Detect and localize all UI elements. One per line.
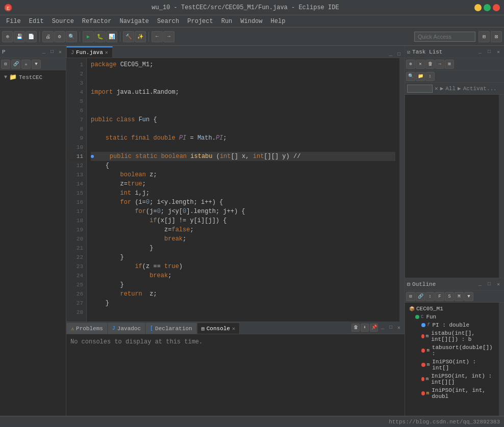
back-button[interactable]: ←: [152, 31, 163, 42]
task-new-btn[interactable]: ⊕: [406, 60, 415, 69]
task-all-label[interactable]: All: [445, 86, 456, 92]
outline-static-btn[interactable]: S: [445, 292, 454, 301]
task-close-btn[interactable]: ✕: [495, 48, 502, 56]
properties-button[interactable]: ⚙: [54, 31, 65, 42]
outline-minimize-btn[interactable]: _: [476, 281, 484, 288]
new-java-btn[interactable]: ☕: [21, 60, 31, 69]
build-button[interactable]: 🔨: [123, 31, 134, 42]
bottom-minimize-btn[interactable]: _: [379, 324, 386, 331]
task-scrollbar[interactable]: [499, 95, 504, 278]
menu-search[interactable]: Search: [153, 17, 183, 26]
task-activate-label[interactable]: Activat...: [463, 86, 497, 92]
console-clear-btn[interactable]: 🗑: [351, 324, 360, 332]
left-panel-minimize[interactable]: _: [40, 48, 47, 56]
bottom-close-btn[interactable]: ✕: [395, 324, 402, 331]
outline-item-istabu[interactable]: m istabu(int[], int[][]) : b: [407, 329, 497, 343]
outline-label: Outline: [412, 281, 474, 287]
tab-console[interactable]: ▤ Console ✕: [197, 323, 240, 334]
forward-button[interactable]: →: [163, 31, 174, 42]
menu-help[interactable]: Help: [267, 17, 290, 26]
editor-minimize-btn[interactable]: _: [387, 50, 394, 58]
left-panel-close[interactable]: ✕: [57, 48, 64, 56]
right-panel: ☑ Task List _ □ ✕ ⊕ ✕ 🗑 → ⊞ 🔍 📁 ↕ ✕: [405, 46, 504, 416]
new-button[interactable]: ⊕: [2, 31, 13, 42]
console-tab-close[interactable]: ✕: [232, 326, 235, 332]
code-line-7: public class Fun {: [91, 115, 395, 124]
tab-javadoc[interactable]: J Javadoc: [108, 323, 145, 334]
menu-refactor[interactable]: Refactor: [78, 17, 116, 26]
outline-item-inipso2[interactable]: m IniPSO(int, int) : int[][]: [407, 372, 497, 386]
menu-edit[interactable]: Edit: [25, 17, 48, 26]
tab-declaration[interactable]: [ Declaration: [145, 323, 197, 334]
menu-window[interactable]: Window: [236, 17, 266, 26]
maximize-button[interactable]: [484, 4, 491, 11]
tab-problems[interactable]: ⚠ Problems: [66, 323, 108, 334]
quick-access-input[interactable]: [414, 32, 475, 42]
perspective-btn-1[interactable]: ⊞: [478, 31, 490, 42]
collapse-all-btn[interactable]: ⊟: [1, 60, 10, 69]
outline-link-btn[interactable]: 🔗: [416, 292, 425, 301]
editor-maximize-btn[interactable]: □: [395, 50, 402, 58]
menu-navigate[interactable]: Navigate: [115, 17, 153, 26]
menu-source[interactable]: Source: [48, 17, 78, 26]
line-number-1: 1: [66, 60, 86, 69]
outline-view-menu-btn[interactable]: ▼: [464, 292, 473, 301]
task-minimize-btn[interactable]: _: [476, 48, 484, 56]
tab-close-btn[interactable]: ✕: [105, 49, 108, 56]
console-pin-btn[interactable]: 📌: [370, 324, 378, 332]
task-purge-btn[interactable]: 🗑: [425, 60, 435, 69]
editor-tab-fun-java[interactable]: J Fun.java ✕: [66, 46, 113, 58]
outline-item-pi[interactable]: f PI : double: [407, 321, 497, 329]
outline-item-tabusort[interactable]: m tabusort(double[]) :: [407, 343, 497, 358]
task-sort-btn[interactable]: ↕: [425, 72, 435, 81]
app-icon: E: [4, 4, 12, 12]
minimize-button[interactable]: [474, 4, 482, 11]
task-maximize-btn[interactable]: □: [486, 48, 493, 56]
menu-project[interactable]: Project: [183, 17, 217, 26]
clean-button[interactable]: ✨: [135, 31, 146, 42]
save-button[interactable]: 💾: [14, 31, 25, 42]
outline-methods-btn[interactable]: M: [455, 292, 464, 301]
menu-run[interactable]: Run: [217, 17, 237, 26]
link-editor-btn[interactable]: 🔗: [11, 60, 20, 69]
tree-item-project[interactable]: ▼ 📁 TestCEC: [2, 72, 64, 82]
outline-sort-btn[interactable]: ↕: [425, 292, 435, 301]
close-button[interactable]: [493, 4, 500, 11]
editor-scrollbar[interactable]: [399, 58, 405, 322]
outline-fields-btn[interactable]: F: [435, 292, 444, 301]
save-all-button[interactable]: 📄: [26, 31, 37, 42]
bottom-maximize-btn[interactable]: □: [387, 324, 394, 331]
outline-item-package[interactable]: 📦 CEC05_M1: [407, 305, 497, 313]
perspective-btn-2[interactable]: ⊠: [491, 31, 502, 42]
task-filter-clear[interactable]: ✕: [435, 85, 438, 92]
task-filter-btn[interactable]: 🔍: [406, 72, 415, 81]
task-filter-input[interactable]: [407, 85, 433, 93]
view-menu-btn[interactable]: ▼: [32, 60, 41, 69]
run-button[interactable]: ▶: [83, 31, 94, 42]
search-button[interactable]: 🔍: [66, 31, 77, 42]
code-line-17: for(j=0; j<y[0].length; j++) {: [91, 207, 395, 216]
line-number-21: 21: [66, 244, 86, 253]
package-icon: 📦: [409, 306, 415, 312]
line-number-28: 28: [66, 308, 86, 317]
outline-maximize-btn[interactable]: □: [486, 281, 493, 288]
task-cat-btn[interactable]: 📁: [416, 72, 425, 81]
menu-file[interactable]: File: [2, 17, 25, 26]
console-scroll-btn[interactable]: ⬇: [361, 324, 369, 332]
print-button[interactable]: 🖨: [42, 31, 54, 42]
task-expand-btn[interactable]: ⊞: [445, 60, 454, 69]
debug-button[interactable]: 🐛: [94, 31, 106, 42]
outline-collapse-btn[interactable]: ⊟: [406, 292, 415, 301]
outline-item-inipso1[interactable]: m IniPSO(int) : int[]: [407, 358, 497, 372]
code-content[interactable]: package CEC05_M1;import java.util.Random…: [87, 58, 399, 322]
task-go-btn[interactable]: →: [435, 60, 444, 69]
outline-close-btn[interactable]: ✕: [495, 281, 502, 288]
main-layout: P _ □ ✕ ⊟ 🔗 ☕ ▼ ▼ 📁 TestCEC J Fun.java ✕: [0, 46, 504, 416]
coverage-button[interactable]: 📊: [106, 31, 117, 42]
outline-item-inipso3[interactable]: m IniPSO(int, int, doubl: [407, 386, 497, 401]
outline-scrollbar[interactable]: [499, 303, 504, 416]
left-panel-maximize[interactable]: □: [48, 48, 56, 56]
task-delete-btn[interactable]: ✕: [416, 60, 425, 69]
outline-item-class[interactable]: C Fun: [407, 313, 497, 321]
javadoc-icon: J: [112, 326, 115, 331]
